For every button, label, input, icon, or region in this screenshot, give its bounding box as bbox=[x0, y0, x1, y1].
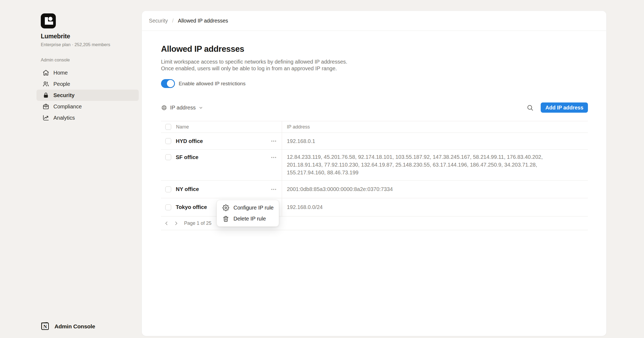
toggle-row: Enable allowed IP restrictions bbox=[161, 79, 588, 88]
notion-logo-icon: N bbox=[40, 321, 50, 332]
row-checkbox[interactable] bbox=[165, 204, 171, 210]
breadcrumb: Security / Allowed IP addresses bbox=[142, 11, 606, 31]
breadcrumb-security-link[interactable]: Security bbox=[149, 18, 168, 24]
previous-page-button[interactable] bbox=[163, 219, 170, 227]
ip-address-filter-dropdown[interactable]: IP address bbox=[161, 105, 203, 111]
row-actions-menu-icon[interactable] bbox=[270, 154, 277, 161]
sidebar-item-label: Security bbox=[53, 92, 75, 98]
table-controls: IP address Add IP address bbox=[161, 102, 588, 113]
row-ip-value: 12.84.233.119, 45.201.76.58, 92.174.18.1… bbox=[282, 150, 588, 180]
chart-icon bbox=[42, 114, 49, 121]
admin-console-section-label: Admin console bbox=[41, 57, 70, 63]
page-title: Allowed IP addresses bbox=[161, 44, 588, 54]
workspace-meta: Enterprise plan · 252,205 members bbox=[41, 42, 110, 47]
toggle-label: Enable allowed IP restrictions bbox=[179, 81, 246, 87]
sidebar-item-label: Analytics bbox=[53, 115, 75, 121]
configure-ip-rule-menu-item[interactable]: Configure IP rule bbox=[217, 202, 279, 213]
ip-column-header: IP address bbox=[282, 124, 588, 130]
delete-ip-rule-menu-item[interactable]: Delete IP rule bbox=[217, 213, 279, 224]
sidebar-item-label: Compliance bbox=[53, 104, 82, 110]
workspace-logo[interactable] bbox=[41, 13, 56, 28]
sidebar-item-people[interactable]: People bbox=[36, 78, 139, 90]
row-ip-value: 192.168.0.0/24 bbox=[282, 204, 588, 210]
admin-console-brand[interactable]: N Admin Console bbox=[40, 321, 95, 332]
add-ip-address-button[interactable]: Add IP address bbox=[541, 102, 588, 113]
name-column-header: Name bbox=[176, 124, 189, 130]
sidebar: Lumebrite Enterprise plan · 252,205 memb… bbox=[0, 0, 142, 338]
row-name: SF office bbox=[176, 154, 198, 160]
table-row: NY office 2001:0db8:85a3:0000:0000:8a2e:… bbox=[161, 181, 588, 198]
admin-console-brand-label: Admin Console bbox=[54, 323, 95, 330]
row-checkbox[interactable] bbox=[165, 186, 171, 192]
page-indicator: Page 1 of 25 bbox=[184, 221, 211, 226]
table-row: SF office 12.84.233.119, 45.201.76.58, 9… bbox=[161, 150, 588, 181]
sidebar-item-label: Home bbox=[53, 70, 68, 76]
menu-item-label: Configure IP rule bbox=[233, 205, 274, 211]
breadcrumb-current-page: Allowed IP addresses bbox=[178, 18, 228, 24]
lock-icon bbox=[42, 92, 49, 99]
home-icon bbox=[42, 69, 49, 76]
row-ip-value: 192.168.0.1 bbox=[282, 138, 588, 144]
row-ip-value: 2001:0db8:85a3:0000:0000:8a2e:0370:7334 bbox=[282, 186, 588, 192]
sidebar-item-label: People bbox=[53, 81, 70, 87]
sidebar-nav: Home People bbox=[36, 67, 139, 123]
row-actions-context-menu: Configure IP rule Delete IP rule bbox=[217, 200, 279, 227]
chevron-down-icon bbox=[199, 105, 203, 110]
globe-icon bbox=[161, 105, 167, 111]
name-cell: HYD office bbox=[161, 133, 282, 149]
description-line-1: Limit workspace access to specific netwo… bbox=[161, 59, 347, 65]
name-header-cell: Name bbox=[161, 121, 282, 133]
row-checkbox[interactable] bbox=[165, 154, 171, 160]
breadcrumb-separator: / bbox=[172, 18, 173, 24]
main-panel: Security / Allowed IP addresses Allowed … bbox=[142, 11, 606, 336]
page-description: Limit workspace access to specific netwo… bbox=[161, 58, 588, 72]
row-name: HYD office bbox=[176, 138, 203, 144]
row-checkbox[interactable] bbox=[165, 138, 171, 144]
select-all-checkbox[interactable] bbox=[165, 124, 171, 130]
row-name: NY office bbox=[176, 186, 199, 192]
briefcase-icon bbox=[42, 103, 49, 110]
description-line-2: Once enabled, users will only be able to… bbox=[161, 65, 337, 71]
workspace-name: Lumebrite bbox=[41, 33, 70, 40]
row-name: Tokyo office bbox=[176, 204, 207, 210]
people-icon bbox=[42, 80, 49, 87]
sidebar-item-security[interactable]: Security bbox=[36, 90, 139, 101]
enable-ip-restrictions-toggle[interactable] bbox=[161, 79, 175, 88]
trash-icon bbox=[222, 215, 229, 222]
menu-item-label: Delete IP rule bbox=[233, 216, 266, 222]
row-actions-menu-icon[interactable] bbox=[270, 138, 277, 144]
table-row: HYD office 192.168.0.1 bbox=[161, 133, 588, 150]
table-header: Name IP address bbox=[161, 121, 588, 133]
name-cell: SF office bbox=[161, 150, 282, 180]
filter-label: IP address bbox=[170, 105, 196, 111]
search-icon[interactable] bbox=[526, 104, 534, 111]
sidebar-item-home[interactable]: Home bbox=[36, 67, 139, 78]
sidebar-item-analytics[interactable]: Analytics bbox=[36, 112, 139, 123]
gear-icon bbox=[222, 204, 229, 211]
next-page-button[interactable] bbox=[172, 219, 180, 227]
svg-text:N: N bbox=[43, 324, 47, 329]
sidebar-item-compliance[interactable]: Compliance bbox=[36, 101, 139, 112]
name-cell: NY office bbox=[161, 181, 282, 198]
controls-right: Add IP address bbox=[526, 102, 588, 113]
row-actions-menu-icon[interactable] bbox=[270, 186, 277, 193]
toggle-knob bbox=[167, 80, 174, 87]
app-root: Lumebrite Enterprise plan · 252,205 memb… bbox=[0, 0, 644, 338]
